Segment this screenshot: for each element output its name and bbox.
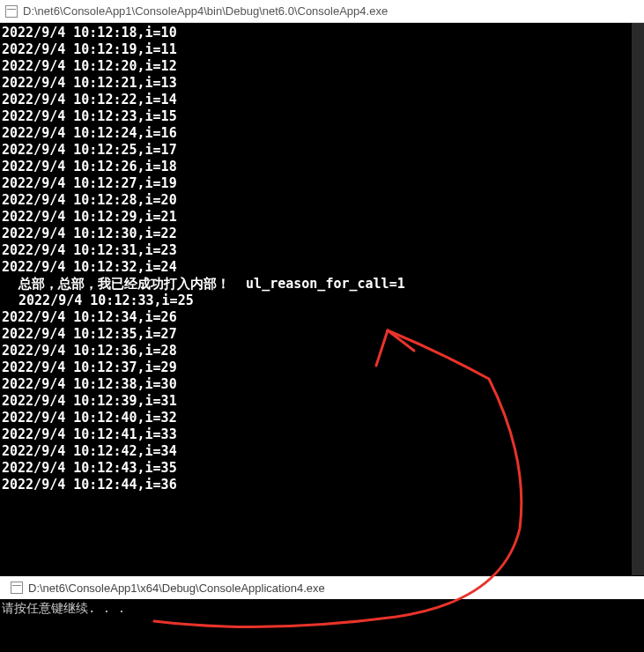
console-output-line: 2022/9/4 10:12:44,i=36 xyxy=(0,477,644,493)
injected-message-line: 总部，总部，我已经成功打入内部！ ul_reason_for_call=1 xyxy=(0,276,644,293)
window2: D:\net6\ConsoleApp1\x64\Debug\ConsoleApp… xyxy=(0,576,644,652)
console-output-line: 2022/9/4 10:12:26,i=18 xyxy=(0,159,644,175)
window1-titlebar[interactable]: D:\net6\ConsoleApp1\ConsoleApp4\bin\Debu… xyxy=(0,0,644,23)
console-output-line: 2022/9/4 10:12:36,i=28 xyxy=(0,343,644,359)
console-output-line: 2022/9/4 10:12:23,i=15 xyxy=(0,108,644,125)
window2-titlebar[interactable]: D:\net6\ConsoleApp1\x64\Debug\ConsoleApp… xyxy=(0,576,644,599)
window1-title: D:\net6\ConsoleApp1\ConsoleApp4\bin\Debu… xyxy=(23,4,388,18)
console-output-line: 2022/9/4 10:12:18,i=10 xyxy=(0,25,644,41)
console-output-line: 2022/9/4 10:12:32,i=24 xyxy=(0,259,644,276)
console-output-line: 2022/9/4 10:12:28,i=20 xyxy=(0,192,644,209)
console2-output[interactable]: 请按任意键继续. . . xyxy=(0,599,644,652)
console-output-line: 2022/9/4 10:12:31,i=23 xyxy=(0,242,644,259)
press-any-key-prompt: 请按任意键继续. . . xyxy=(2,601,642,617)
console-output-line: 2022/9/4 10:12:24,i=16 xyxy=(0,125,644,142)
console-output-line: 2022/9/4 10:12:38,i=30 xyxy=(0,376,644,393)
application-icon xyxy=(11,582,23,594)
console-output-line: 2022/9/4 10:12:30,i=22 xyxy=(0,226,644,242)
console-output-line: 2022/9/4 10:12:19,i=11 xyxy=(0,41,644,58)
console-output-line: 2022/9/4 10:12:22,i=14 xyxy=(0,92,644,108)
console-output-line: 2022/9/4 10:12:20,i=12 xyxy=(0,58,644,75)
console-output-line: 2022/9/4 10:12:41,i=33 xyxy=(0,426,644,443)
vertical-scrollbar[interactable] xyxy=(632,23,644,575)
console-output-line: 2022/9/4 10:12:37,i=29 xyxy=(0,359,644,376)
application-icon xyxy=(5,5,18,18)
console-output-line: 2022/9/4 10:12:42,i=34 xyxy=(0,443,644,460)
console-output-line: 2022/9/4 10:12:35,i=27 xyxy=(0,326,644,343)
console-output-line: 2022/9/4 10:12:43,i=35 xyxy=(0,460,644,477)
console-output-line: 2022/9/4 10:12:25,i=17 xyxy=(0,142,644,159)
console-output-line: 2022/9/4 10:12:29,i=21 xyxy=(0,209,644,226)
console-output-line: 2022/9/4 10:12:27,i=19 xyxy=(0,175,644,192)
console-output-line: 2022/9/4 10:12:39,i=31 xyxy=(0,393,644,410)
console-output-line: 2022/9/4 10:12:33,i=25 xyxy=(0,293,644,309)
window2-title: D:\net6\ConsoleApp1\x64\Debug\ConsoleApp… xyxy=(28,582,325,595)
console-output-line: 2022/9/4 10:12:40,i=32 xyxy=(0,410,644,426)
console-output-line: 2022/9/4 10:12:34,i=26 xyxy=(0,309,644,326)
console1-output[interactable]: 2022/9/4 10:12:18,i=102022/9/4 10:12:19,… xyxy=(0,23,644,576)
console-output-line: 2022/9/4 10:12:21,i=13 xyxy=(0,75,644,92)
